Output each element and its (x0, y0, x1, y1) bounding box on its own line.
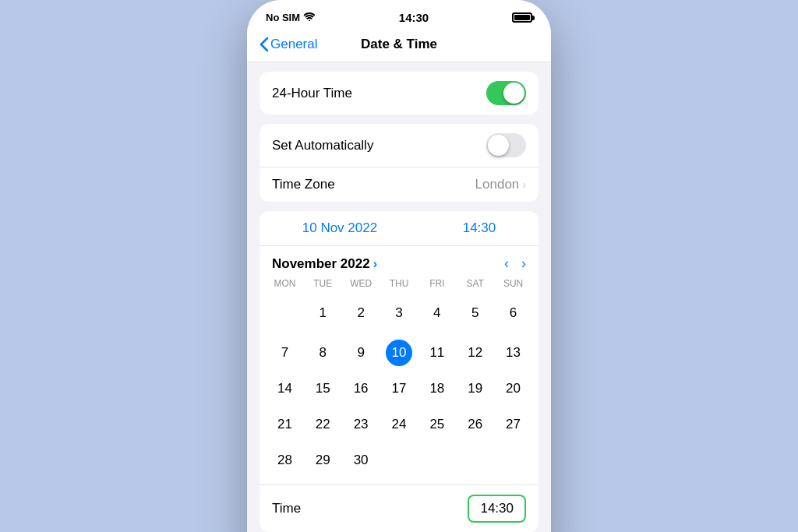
calendar-day[interactable]: 9 (342, 335, 380, 371)
calendar-day (418, 442, 456, 478)
next-month-button[interactable]: › (521, 255, 526, 272)
calendar-section: 10 Nov 2022 14:30 November 2022 › ‹ › MO… (260, 211, 538, 532)
selected-time-display[interactable]: 14:30 (450, 217, 509, 239)
calendar-day[interactable]: 24 (380, 407, 418, 442)
calendar-day (380, 442, 418, 478)
time-value[interactable]: 14:30 (468, 495, 526, 523)
calendar-day[interactable]: 14 (266, 371, 304, 407)
calendar-grid: 1 2 3 4 5 6 7 8 9 10 11 12 13 14 15 16 1… (260, 295, 538, 484)
calendar-day[interactable]: 18 (418, 371, 456, 407)
back-button[interactable]: General (260, 37, 317, 52)
day-header-sun: SUN (494, 275, 532, 292)
battery-icon (512, 12, 532, 23)
nav-bar: General Date & Time (247, 30, 551, 62)
content: 24-Hour Time Set Automatically Time Zone… (247, 62, 551, 532)
chevron-right-icon: › (522, 178, 526, 191)
auto-timezone-section: Set Automatically Time Zone London › (260, 124, 538, 202)
status-right (512, 12, 532, 23)
day-header-sat: SAT (456, 275, 494, 292)
day-header-wed: WED (342, 275, 380, 292)
status-time: 14:30 (399, 11, 429, 24)
day-header-thu: THU (380, 275, 418, 292)
calendar-day[interactable]: 2 (342, 295, 380, 335)
svg-point-0 (309, 20, 310, 21)
twenty-four-hour-row: 24-Hour Time (260, 72, 538, 115)
calendar-nav: ‹ › (504, 255, 526, 272)
selected-date-display[interactable]: 10 Nov 2022 (290, 217, 390, 239)
time-zone-row[interactable]: Time Zone London › (260, 167, 538, 202)
twenty-four-hour-section: 24-Hour Time (260, 72, 538, 115)
set-automatically-toggle[interactable] (486, 133, 526, 157)
calendar-month-label: November 2022 › (272, 256, 377, 272)
calendar-day[interactable]: 1 (304, 295, 342, 335)
page-title: Date & Time (361, 37, 437, 52)
calendar-day-selected[interactable]: 10 (380, 335, 418, 371)
calendar-day[interactable]: 13 (494, 335, 532, 371)
calendar-day[interactable]: 7 (266, 335, 304, 371)
phone-frame: No SIM 14:30 General Date & T (247, 0, 551, 532)
calendar-day[interactable]: 16 (342, 371, 380, 407)
calendar-day[interactable]: 26 (456, 407, 494, 442)
calendar-day[interactable]: 6 (494, 295, 532, 335)
calendar-day[interactable]: 12 (456, 335, 494, 371)
calendar-day[interactable]: 11 (418, 335, 456, 371)
time-zone-value: London › (475, 177, 526, 192)
calendar-day[interactable]: 27 (494, 407, 532, 442)
calendar-day[interactable]: 30 (342, 442, 380, 478)
wifi-icon (303, 12, 316, 23)
calendar-day[interactable]: 22 (304, 407, 342, 442)
time-row: Time 14:30 (260, 484, 538, 532)
twenty-four-hour-toggle[interactable] (486, 81, 526, 105)
calendar-day[interactable]: 29 (304, 442, 342, 478)
carrier-label: No SIM (266, 12, 300, 23)
calendar-day[interactable]: 21 (266, 407, 304, 442)
status-bar: No SIM 14:30 (247, 0, 551, 30)
back-label: General (270, 37, 317, 52)
calendar-day[interactable]: 5 (456, 295, 494, 335)
calendar-day[interactable]: 28 (266, 442, 304, 478)
calendar-day[interactable]: 8 (304, 335, 342, 371)
calendar-day[interactable]: 23 (342, 407, 380, 442)
set-automatically-row: Set Automatically (260, 124, 538, 167)
day-header-mon: MON (266, 275, 304, 292)
month-chevron-icon: › (373, 257, 377, 271)
day-header-fri: FRI (418, 275, 456, 292)
prev-month-button[interactable]: ‹ (504, 255, 509, 272)
status-left: No SIM (266, 12, 316, 23)
date-time-row: 10 Nov 2022 14:30 (260, 211, 538, 246)
calendar-day (456, 442, 494, 478)
calendar-day[interactable]: 20 (494, 371, 532, 407)
calendar-day[interactable]: 25 (418, 407, 456, 442)
time-zone-label: Time Zone (272, 177, 335, 192)
set-automatically-label: Set Automatically (272, 138, 373, 153)
calendar-day[interactable]: 17 (380, 371, 418, 407)
twenty-four-hour-label: 24-Hour Time (272, 86, 352, 101)
day-headers: MON TUE WED THU FRI SAT SUN (260, 275, 538, 292)
day-header-tue: TUE (304, 275, 342, 292)
calendar-day[interactable]: 4 (418, 295, 456, 335)
calendar-header: November 2022 › ‹ › (260, 246, 538, 275)
time-label: Time (272, 501, 301, 516)
calendar-day[interactable]: 3 (380, 295, 418, 335)
calendar-day[interactable]: 19 (456, 371, 494, 407)
calendar-day (494, 442, 532, 478)
calendar-day (266, 295, 304, 335)
calendar-day[interactable]: 15 (304, 371, 342, 407)
